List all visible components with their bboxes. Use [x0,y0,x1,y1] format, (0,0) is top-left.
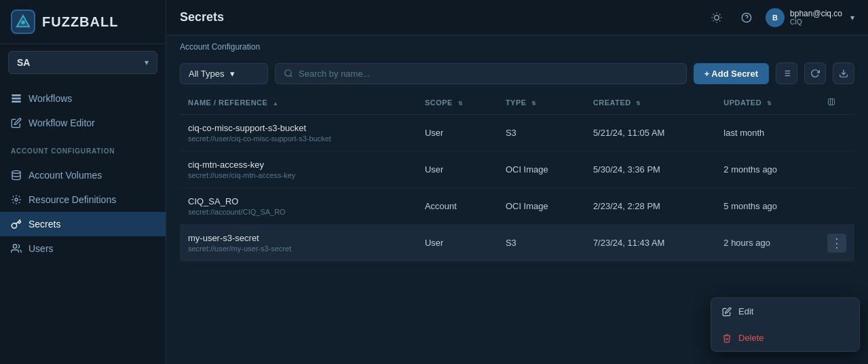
sort-created-icon: ⇅ [636,101,641,107]
avatar: B [766,8,785,27]
cell-name-3: my-user-s3-secret secret://user/my-user-… [180,225,417,261]
search-icon [284,69,293,78]
nav-section-account: Account Volumes Resource Definitions Sec… [0,158,166,266]
cell-created-1: 5/30/24, 3:36 PM [585,151,715,188]
svg-line-20 [290,75,293,77]
context-menu-edit-label: Edit [738,306,753,316]
sort-type-icon: ⇅ [531,101,537,107]
cell-actions-0 [819,115,854,151]
edit-context-icon [722,307,732,316]
row-kebab-button-3[interactable]: ⋮ [827,234,846,253]
nav-section-main: Workflows Workflow Editor [0,81,166,141]
resource-icon [11,194,22,205]
table-row: ciq-mtn-access-key secret://user/ciq-mtn… [180,151,854,188]
sidebar-item-users-label: Users [29,243,54,254]
cell-updated-3: 2 hours ago [715,225,819,261]
context-menu-delete-label: Delete [738,333,764,343]
svg-point-19 [285,70,291,76]
sidebar-item-workflows-label: Workflows [29,93,72,104]
col-header-name[interactable]: NAME / REFERENCE ▲ [180,91,417,115]
sidebar-item-workflow-editor[interactable]: Workflow Editor [0,111,166,135]
refresh-button[interactable] [804,62,826,84]
svg-line-16 [719,14,720,14]
export-button[interactable] [833,62,854,84]
theme-toggle-button[interactable] [706,7,728,29]
svg-rect-3 [12,98,20,98]
table-row: ciq-co-misc-support-s3-bucket secret://u… [180,115,854,151]
cell-actions-1 [819,151,854,188]
sidebar-item-users[interactable]: Users [0,236,166,261]
sidebar-item-workflows[interactable]: Workflows [0,86,166,111]
cell-type-1: OCI Image [497,151,585,188]
user-chevron-icon: ▾ [850,13,854,22]
sidebar-item-resource-definitions-label: Resource Definitions [29,194,116,205]
cell-scope-1: User [417,151,497,188]
sun-icon [711,12,722,23]
top-bar: Secrets B bphan@ciq.co CIQ ▾ [166,0,868,35]
search-input[interactable] [299,69,678,79]
table-row: my-user-s3-secret secret://user/my-user-… [180,225,854,261]
cell-actions-2 [819,188,854,225]
logo-icon [11,10,35,34]
cell-created-0: 5/21/24, 11:05 AM [585,115,715,151]
col-header-updated[interactable]: UPDATED ⇅ [715,91,819,115]
page-title: Secrets [180,10,224,24]
col-header-actions [819,91,854,115]
refresh-icon [810,69,820,78]
help-button[interactable] [736,7,757,29]
cell-type-2: OCI Image [497,188,585,225]
col-header-type[interactable]: TYPE ⇅ [497,91,585,115]
cell-created-2: 2/23/24, 2:28 PM [585,188,715,225]
sidebar-item-account-volumes[interactable]: Account Volumes [0,163,166,187]
workspace-label: SA [17,57,30,68]
export-icon [839,69,848,78]
svg-line-11 [713,14,714,14]
svg-rect-4 [12,101,20,102]
sidebar-item-resource-definitions[interactable]: Resource Definitions [0,187,166,212]
logo-area: FUZZBALL [0,0,166,44]
sidebar-item-secrets[interactable]: Secrets [0,212,166,236]
svg-line-15 [713,20,714,21]
svg-point-7 [13,244,16,248]
user-menu[interactable]: B bphan@ciq.co CIQ ▾ [766,8,854,27]
cell-name-2: CIQ_SA_RO secret://account/CIQ_SA_RO [180,188,417,225]
svg-point-5 [12,170,20,173]
sort-updated-icon: ⇅ [767,101,772,107]
help-icon [741,12,752,23]
cell-name-0: ciq-co-misc-support-s3-bucket secret://u… [180,115,417,151]
context-menu: Edit Delete [711,297,860,352]
top-bar-right: B bphan@ciq.co CIQ ▾ [706,7,854,29]
context-menu-delete[interactable]: Delete [711,325,859,351]
workspace-selector[interactable]: SA ▾ [8,51,157,74]
cell-updated-1: 2 months ago [715,151,819,188]
col-header-created[interactable]: CREATED ⇅ [585,91,715,115]
add-secret-button[interactable]: + Add Secret [694,63,769,84]
filter-icon-button[interactable] [776,62,797,84]
columns-icon [827,98,835,106]
type-filter-chevron-icon: ▾ [230,69,235,79]
col-header-scope[interactable]: SCOPE ⇅ [417,91,497,115]
user-org: CIQ [790,18,842,26]
type-filter-dropdown[interactable]: All Types ▾ [180,63,268,84]
secrets-table-wrapper: NAME / REFERENCE ▲ SCOPE ⇅ TYPE ⇅ CREA [166,91,868,261]
workspace-chevron-icon: ▾ [145,58,149,67]
context-menu-edit[interactable]: Edit [711,298,859,325]
logo-text: FUZZBALL [42,14,118,30]
type-filter-label: All Types [189,69,225,79]
volume-icon [11,170,22,181]
sidebar-item-account-volumes-label: Account Volumes [29,170,102,181]
svg-point-1 [21,20,25,24]
cell-scope-3: User [417,225,497,261]
sort-name-icon: ▲ [273,101,278,107]
svg-rect-2 [12,95,20,96]
cell-scope-0: User [417,115,497,151]
breadcrumb: Account Configuration [166,35,868,56]
list-icon [11,93,22,104]
cell-created-3: 7/23/24, 11:43 AM [585,225,715,261]
key-icon [11,219,22,230]
user-info: bphan@ciq.co CIQ [790,9,842,26]
trash-icon [722,333,732,343]
filter-icon [782,69,791,78]
cell-type-3: S3 [497,225,585,261]
edit-icon [11,117,22,128]
